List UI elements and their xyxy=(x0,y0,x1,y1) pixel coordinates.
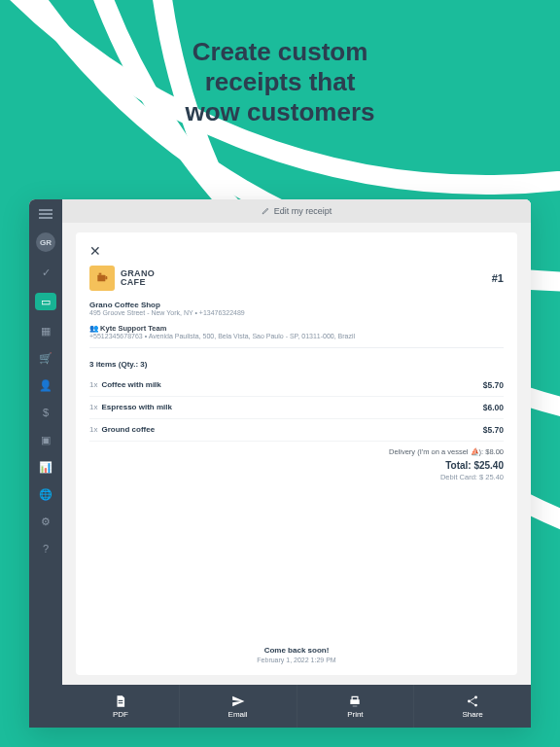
item-price: $5.70 xyxy=(483,380,504,390)
share-label: Share xyxy=(462,710,482,719)
close-icon[interactable]: ✕ xyxy=(89,244,504,258)
receipt-timestamp: February 1, 2022 1:29 PM xyxy=(89,657,504,663)
menu-icon[interactable] xyxy=(39,209,52,219)
hero-line: wow customers xyxy=(0,97,560,127)
customer-name: Kyte Support Team xyxy=(100,324,166,333)
edit-receipt-label: Edit my receipt xyxy=(274,206,332,216)
sidebar-item-help-icon[interactable]: ? xyxy=(39,542,52,555)
store-name: Grano Coffee Shop xyxy=(89,301,504,309)
footer-message: Come back soon! xyxy=(89,646,504,655)
pdf-button[interactable]: PDF xyxy=(62,685,180,728)
divider xyxy=(89,347,504,348)
sidebar-item-cart-icon[interactable]: 🛒 xyxy=(39,351,52,365)
item-price: $6.00 xyxy=(483,403,504,412)
sidebar-item-globe-icon[interactable]: 🌐 xyxy=(39,487,52,501)
pencil-icon xyxy=(262,206,270,217)
brand-name: GRANO CAFE xyxy=(121,269,155,288)
print-label: Print xyxy=(347,710,363,719)
hero-line: receipts that xyxy=(0,67,560,97)
item-row: 1xGround coffee $5.70 xyxy=(89,419,504,442)
svg-rect-2 xyxy=(105,276,107,279)
svg-rect-1 xyxy=(99,273,102,275)
payment-method-line: Debit Card: $ 25.40 xyxy=(89,473,504,481)
brand-name-line: CAFE xyxy=(121,278,155,287)
delivery-line: Delivery (I'm on a vessel ⛵): $8.00 xyxy=(89,447,504,456)
sidebar-item-check-icon[interactable]: ✓ xyxy=(39,266,52,279)
avatar[interactable]: GR xyxy=(36,232,55,252)
hero-headline: Create custom receipts that wow customer… xyxy=(0,37,560,128)
email-button[interactable]: Email xyxy=(180,685,298,728)
item-row: 1xEspresso with milk $6.00 xyxy=(89,397,504,419)
order-number: #1 xyxy=(492,272,504,284)
sidebar-item-user-icon[interactable]: 👤 xyxy=(39,378,52,392)
sidebar-item-dollar-icon[interactable]: $ xyxy=(39,406,52,419)
sidebar-item-grid-icon[interactable]: ▦ xyxy=(39,324,52,338)
share-button[interactable]: Share xyxy=(414,685,531,728)
svg-point-7 xyxy=(474,703,477,706)
item-qty: 1x xyxy=(89,403,97,411)
action-bar: PDF Email Print Share xyxy=(62,685,531,728)
sidebar-item-gear-icon[interactable]: ⚙ xyxy=(39,515,52,528)
edit-receipt-button[interactable]: Edit my receipt xyxy=(62,199,531,223)
email-label: Email xyxy=(228,710,248,719)
sidebar-item-box-icon[interactable]: ▣ xyxy=(39,433,52,446)
customer-details: +5512345678763 • Avenida Paulista, 500, … xyxy=(89,333,504,339)
item-name: Coffee with milk xyxy=(101,380,160,389)
main-panel: Edit my receipt ✕ GRANO CAFE #1 xyxy=(62,199,531,728)
items-summary: 3 items (Qty.: 3) xyxy=(89,360,504,369)
sidebar: GR ✓ ▭ ▦ 🛒 👤 $ ▣ 📊 🌐 ⚙ ? xyxy=(29,199,62,728)
item-name: Ground coffee xyxy=(101,425,155,434)
store-address: 495 Groove Street - New York, NY • +1347… xyxy=(89,309,504,316)
print-button[interactable]: Print xyxy=(298,685,415,728)
share-icon xyxy=(466,694,479,708)
receipt-container: ✕ GRANO CAFE #1 Grano Coffee Shop 495 xyxy=(62,223,531,685)
svg-rect-0 xyxy=(97,275,105,282)
item-price: $5.70 xyxy=(483,425,504,435)
user-icon: 👥 xyxy=(89,324,100,333)
svg-point-5 xyxy=(474,695,477,698)
store-logo-icon xyxy=(89,266,115,291)
item-row: 1xCoffee with milk $5.70 xyxy=(89,374,504,397)
total-line: Total: $25.40 xyxy=(89,460,504,471)
item-qty: 1x xyxy=(89,425,97,434)
item-name: Espresso with milk xyxy=(101,403,171,411)
sidebar-item-chart-icon[interactable]: 📊 xyxy=(39,460,52,474)
item-qty: 1x xyxy=(89,380,97,389)
print-icon xyxy=(348,694,362,708)
send-icon xyxy=(231,694,245,708)
svg-rect-4 xyxy=(119,699,123,700)
pdf-icon xyxy=(114,694,127,708)
hero-line: Create custom xyxy=(0,37,560,67)
device-frame: GR ✓ ▭ ▦ 🛒 👤 $ ▣ 📊 🌐 ⚙ ? Edit my receipt… xyxy=(29,199,531,728)
sidebar-item-receipts-icon[interactable]: ▭ xyxy=(35,293,56,310)
pdf-label: PDF xyxy=(113,710,128,719)
svg-rect-3 xyxy=(119,702,123,703)
receipt: ✕ GRANO CAFE #1 Grano Coffee Shop 495 xyxy=(76,232,517,675)
svg-point-6 xyxy=(468,699,471,702)
